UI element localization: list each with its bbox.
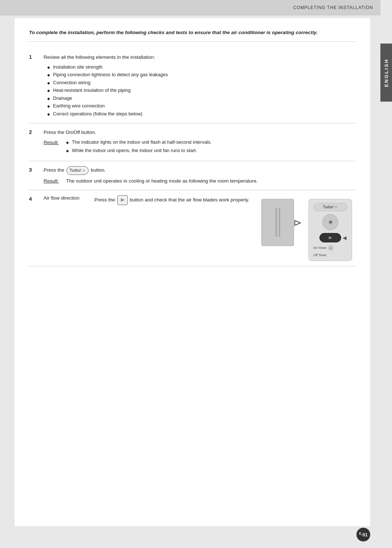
step-2-result: Result: The indicator lights on the indo… — [44, 139, 356, 156]
list-item: Correct operations (follow the steps bel… — [47, 110, 356, 118]
off-timer-row: Off Timer — [313, 253, 347, 257]
ac-lines — [275, 208, 280, 237]
step-4-label: Air flow direction — [44, 195, 83, 201]
intro-text: To complete the installation, perform th… — [29, 29, 356, 42]
nav-remote-btn: ✳ — [322, 214, 338, 230]
list-item: While the indoor unit opens, the indoor … — [66, 147, 356, 154]
ac-line — [279, 208, 280, 237]
result-content: The outdoor unit operates in cooling or … — [66, 177, 356, 185]
ac-unit-illustration: ⊳ — [261, 199, 294, 246]
selection-arrow-icon: ◀ — [343, 235, 347, 241]
turbo-button-inline: Turbo/☆ — [66, 166, 89, 175]
step-3-content: Press the Turbo/☆ button. Result: The ou… — [44, 166, 356, 185]
language-sidebar-tab: ENGLISH — [380, 44, 392, 102]
on-timer-row: On Timer ⊕ — [313, 245, 347, 250]
page-number-badge: E-51 — [356, 528, 370, 541]
list-item: Heat-resistant insulation of the piping — [47, 87, 356, 94]
header-title: COMPLETING THE INSTALLATION — [293, 5, 373, 10]
remote-diagram: ⊳ Turbo/☆ ✳ ⊳ — [261, 195, 356, 261]
page-number-text: E-51 — [359, 532, 367, 537]
header-bar: COMPLETING THE INSTALLATION — [0, 0, 380, 15]
airflow-button-inline: ⊳ — [117, 195, 128, 205]
result-label: Result: — [44, 139, 62, 156]
step-3-result: Result: The outdoor unit operates in coo… — [44, 177, 356, 185]
list-item: Earthing wire connection — [47, 102, 356, 110]
turbo-remote-btn: Turbo/☆ — [313, 203, 347, 211]
remote-diagram-inner: ⊳ Turbo/☆ ✳ ⊳ — [261, 199, 356, 261]
step-4-desc: Press the ⊳ button and check that the ai… — [94, 195, 254, 205]
language-label: ENGLISH — [384, 58, 389, 87]
step-1: 1 Review all the following elements in t… — [29, 48, 356, 123]
step-2-number: 2 — [29, 128, 36, 156]
step-2-title: Press the On/Off button. — [44, 128, 356, 136]
step-4-left: Air flow direction Press the ⊳ button an… — [44, 195, 254, 205]
result-label: Result: — [44, 177, 62, 185]
step-2-content: Press the On/Off button. Result: The ind… — [44, 128, 356, 156]
list-item: Connection wiring — [47, 79, 356, 86]
step-2: 2 Press the On/Off button. Result: The i… — [29, 123, 356, 161]
step-1-content: Review all the following elements in the… — [44, 53, 356, 118]
list-item: The indicator lights on the indoor unit … — [66, 139, 356, 146]
list-item: Piping connection tightness to detect an… — [47, 71, 356, 78]
ac-line — [275, 208, 277, 237]
step-1-bullets: Installation site strength Piping connec… — [44, 64, 356, 118]
step-3-title: Press the Turbo/☆ button. — [44, 166, 356, 175]
result-content: The indicator lights on the indoor unit … — [66, 139, 356, 156]
ac-arrow-icon: ⊳ — [293, 217, 302, 229]
step-3: 3 Press the Turbo/☆ button. Result: The … — [29, 161, 356, 190]
list-item: Drainage — [47, 95, 356, 102]
result-bullets: The indicator lights on the indoor unit … — [66, 139, 356, 154]
step-4: 4 Air flow direction Press the ⊳ button … — [29, 190, 356, 266]
on-timer-icon: ⊕ — [328, 245, 333, 250]
step-4-number: 4 — [29, 195, 36, 202]
remote-buttons-panel: Turbo/☆ ✳ ⊳ ◀ On Timer — [309, 199, 352, 261]
content-box: To complete the installation, perform th… — [15, 18, 370, 526]
list-item: Installation site strength — [47, 64, 356, 71]
airflow-remote-btn: ⊳ ◀ — [319, 233, 341, 242]
step-3-number: 3 — [29, 166, 36, 185]
step-1-title: Review all the following elements in the… — [44, 53, 356, 61]
step-1-number: 1 — [29, 53, 36, 118]
